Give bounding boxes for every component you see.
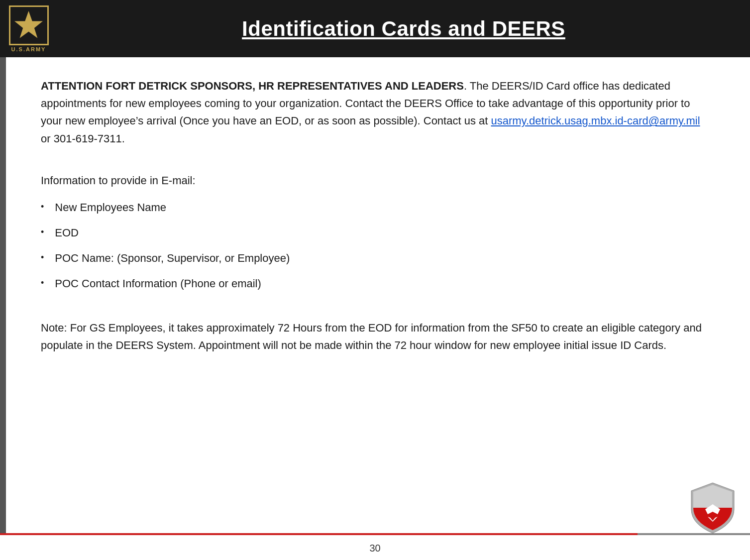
main-content: ATTENTION FORT DETRICK SPONSORS, HR REPR… xyxy=(6,57,750,535)
bullet-list: •New Employees Name•EOD•POC Name: (Spons… xyxy=(41,199,710,292)
page-title: Identification Cards and DEERS xyxy=(242,17,565,41)
army-logo: U.S.ARMY xyxy=(0,0,57,57)
list-item-text: POC Contact Information (Phone or email) xyxy=(55,275,261,292)
list-item-text: POC Name: (Sponsor, Supervisor, or Emplo… xyxy=(55,250,290,266)
list-item-text: New Employees Name xyxy=(55,199,166,216)
svg-marker-0 xyxy=(14,11,43,38)
content-wrapper: ATTENTION FORT DETRICK SPONSORS, HR REPR… xyxy=(0,57,750,535)
header: U.S.ARMY Identification Cards and DEERS xyxy=(0,0,750,57)
left-accent xyxy=(0,57,6,535)
bullet-icon: • xyxy=(41,276,44,290)
list-item: •POC Contact Information (Phone or email… xyxy=(41,275,710,292)
attention-end: or 301-619-7311. xyxy=(41,132,125,145)
bullet-icon: • xyxy=(41,225,44,239)
bullet-icon: • xyxy=(41,200,44,214)
info-intro: Information to provide in E-mail: xyxy=(41,172,710,189)
attention-bold: ATTENTION FORT DETRICK SPONSORS, HR REPR… xyxy=(41,80,464,92)
note-text: Note: For GS Employees, it takes approxi… xyxy=(41,319,710,354)
bullet-icon: • xyxy=(41,251,44,264)
footer: 30 xyxy=(0,535,750,560)
army-star-icon xyxy=(12,9,45,41)
shield-badge xyxy=(690,482,735,534)
info-section: Information to provide in E-mail: •New E… xyxy=(41,172,710,292)
list-item: •New Employees Name xyxy=(41,199,710,216)
header-title-area: Identification Cards and DEERS xyxy=(57,17,750,41)
list-item-text: EOD xyxy=(55,224,79,241)
list-item: •POC Name: (Sponsor, Supervisor, or Empl… xyxy=(41,250,710,266)
note-section: Note: For GS Employees, it takes approxi… xyxy=(41,319,710,354)
attention-paragraph: ATTENTION FORT DETRICK SPONSORS, HR REPR… xyxy=(41,77,710,147)
email-link[interactable]: usarmy.detrick.usag.mbx.id-card@army.mil xyxy=(491,114,700,127)
army-label: U.S.ARMY xyxy=(11,46,46,52)
page-number: 30 xyxy=(369,543,380,554)
list-item: •EOD xyxy=(41,224,710,241)
